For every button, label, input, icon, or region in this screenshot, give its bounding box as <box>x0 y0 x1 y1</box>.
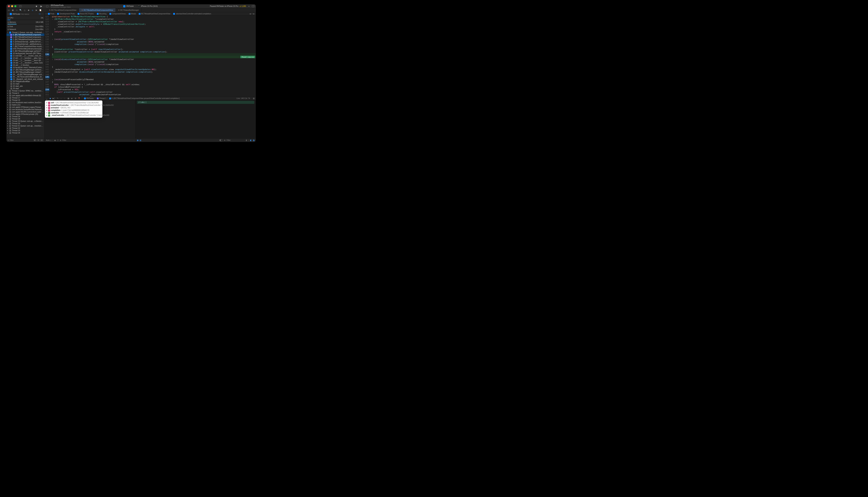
code-line[interactable]: _viewController = [RCTFabricModalHostVie… <box>52 20 256 23</box>
code-line[interactable] <box>52 36 256 38</box>
nav-test-icon[interactable]: ◆ <box>27 9 30 12</box>
library-button[interactable] <box>252 5 255 7</box>
code-line[interactable]: _viewController.delegate = self; <box>52 26 256 28</box>
debug-jump-bar[interactable]: RNTester 〉 Thread 1 〉 0 -[RCTModalHostVi… <box>84 97 179 100</box>
env-override-icon[interactable]: ⚙ <box>74 97 76 100</box>
stack-frame[interactable]: 33 start <box>6 87 44 90</box>
scheme-selector[interactable]: RNTesterPods fix/statusbar-manager-ifdef… <box>51 4 71 8</box>
breadcrumb-segment[interactable]: React-RCTFabric <box>77 13 94 15</box>
thread-row[interactable]: ▶com.apple.CFStream.LegacyThread (22) <box>6 106 44 108</box>
step-over-icon[interactable]: ↷ <box>56 97 59 100</box>
info-icon[interactable]: ⓘ <box>39 13 41 15</box>
code-line[interactable]: completion:(void (^)(void))completion <box>52 43 256 46</box>
code-line[interactable]: [modalViewController dismissViewControll… <box>52 71 256 73</box>
thread-row[interactable]: ▶com.facebook.react.runtime.JavaScript (… <box>6 101 44 104</box>
thread-row[interactable]: ▶hades (21) <box>6 104 44 106</box>
scope-selector[interactable]: Auto ◇ <box>46 139 52 141</box>
hide-debug-icon[interactable]: ▁ <box>46 97 48 100</box>
stack-frame[interactable]: 2 -[RCTModalHostViewComponentView… <box>6 38 44 41</box>
window-minimize[interactable] <box>11 5 13 7</box>
nav-breakpoint-icon[interactable]: ▶ <box>35 9 38 12</box>
code-line[interactable]: [self presentViewController:self.viewCon… <box>52 91 256 94</box>
sim-location-icon[interactable]: 📍 <box>78 97 80 100</box>
code-line[interactable]: _viewController.modalTransitionStyle = U… <box>52 23 256 26</box>
filter-input[interactable] <box>10 139 33 141</box>
stack-frame[interactable]: 8 RCTPerformMountInstructions(std::__1::… <box>6 47 44 50</box>
step-into-icon[interactable]: ↓ <box>60 97 62 100</box>
options-icon[interactable]: ⋯ <box>41 13 43 15</box>
filter-pill-2[interactable]: ● <box>37 139 40 141</box>
stack-frame[interactable]: 0 -[RCTModalHostViewComponentView… <box>6 33 44 36</box>
process-row[interactable]: ▼ RNTester PID 56612 ⓘ ⋯ <box>6 12 44 16</box>
thread-row[interactable]: ▶com.apple.NSURLConnectionLoader (24) <box>6 111 44 113</box>
code-line[interactable]: BOOL shouldBePresented = !_isPresented &… <box>52 83 256 86</box>
window-zoom[interactable] <box>14 5 16 7</box>
code-line[interactable]: } <box>52 33 256 36</box>
breadcrumb-segment[interactable]: Modal <box>129 13 136 15</box>
thread-row[interactable]: ▶com.apple.uikit.eventfetch-thread (6) <box>6 94 44 97</box>
bc-prev-icon[interactable]: ◀ <box>249 13 251 15</box>
code-line[interactable]: - (void)ensurePresentedOnlyIfNeeded <box>52 79 256 81</box>
code-line[interactable]: _modalContentsSnapshot = [self.viewContr… <box>52 68 256 71</box>
run-button[interactable]: ▶ <box>39 5 43 8</box>
thread-row[interactable]: ▶Thread 32 <box>6 127 44 129</box>
quicklook-icon[interactable]: ◉ <box>54 139 56 141</box>
window-close[interactable] <box>8 5 10 7</box>
variable-row[interactable]: ▶Lcontroller = (UIViewController *) 0x10… <box>46 112 101 114</box>
stack-frame[interactable]: 10 decltype(std::declval<-[RCTMounting… <box>6 52 44 55</box>
breadcrumb-segment[interactable]: Development Pods <box>57 13 75 15</box>
nav-source-icon[interactable]: ▣ <box>12 9 14 12</box>
thread-row[interactable]: ▶Thread 31 Queue: com.ap…nnections (seri… <box>6 125 44 127</box>
console-pane-toggle-icon[interactable]: ◨ <box>253 139 255 141</box>
metadata-toggle[interactable] <box>219 139 223 141</box>
thread-row[interactable]: ▶Thread 4 <box>6 92 44 94</box>
breadcrumb-segment[interactable]: -dismissViewController:animated:completi… <box>173 13 211 15</box>
code-line[interactable]: UIViewController *controller = [self rea… <box>52 48 256 51</box>
thread-row[interactable]: ▶Thread 19 <box>6 99 44 101</box>
console[interactable]: (lldb) <box>135 100 256 138</box>
code-line[interactable]: animated:(BOOL)animated <box>52 41 256 43</box>
nav-find-icon[interactable]: 🔍 <box>19 9 22 12</box>
thread-header[interactable]: ▼ Thread 1 Queue: com.app…in-thread (ser… <box>6 31 44 33</box>
breadcrumb-segment[interactable]: ComponentViews <box>110 13 126 15</box>
breakpoints-toggle-icon[interactable]: ◆ <box>49 97 52 100</box>
code-line[interactable]: _isPresented = YES; <box>52 88 256 91</box>
code-line[interactable]: @implementation RCTModalHostViewComponen… <box>52 15 256 18</box>
code-line[interactable]: animated:_shouldAnimatePresentation <box>52 94 256 96</box>
stack-frame[interactable]: 32 start_sim <box>6 85 44 87</box>
back-button[interactable]: ‹ <box>46 13 46 15</box>
breadcrumb-segment[interactable]: Mounting <box>97 13 106 15</box>
trash-icon[interactable]: 🗑 <box>246 139 247 141</box>
thread-list[interactable]: ▼ Thread 1 Queue: com.app…in-thread (ser… <box>6 31 44 138</box>
run-destination[interactable]: RNTester 〉 📱 iPhone 15 Pro (18.0) <box>123 5 158 8</box>
print-icon[interactable]: ⓘ <box>57 139 59 142</box>
toggle-navigator-icon[interactable] <box>19 5 22 7</box>
forward-button[interactable]: › <box>47 13 47 15</box>
thread-row[interactable]: ▶Thread 26 <box>6 115 44 118</box>
code-line[interactable]: animated:(BOOL)animated <box>52 61 256 63</box>
variables-view[interactable]: ▶Aself = (RCTModalHostViewComponentView … <box>45 100 135 138</box>
code-line[interactable]: } <box>52 53 256 56</box>
editor-tab[interactable]: mRCTStatusBarManager <box>116 8 142 12</box>
stack-frame[interactable]: 6 -[UIView(Internal) _addSubview:positi… <box>6 43 44 45</box>
view-debug-icon[interactable]: ▦ <box>67 97 69 100</box>
code-line[interactable]: - (RCTFabricModalHostViewController *)vi… <box>52 18 256 20</box>
nav-symbol-icon[interactable]: ◇ <box>15 9 18 12</box>
console-clear-icon[interactable]: ▤ <box>140 139 141 141</box>
breadcrumb-segment[interactable]: Pods <box>48 13 55 15</box>
stop-button[interactable]: ■ <box>35 5 38 8</box>
thread-row[interactable]: ▶Thread 34 <box>6 132 44 134</box>
console-view-icon[interactable]: ▦ <box>137 139 139 141</box>
thread-row[interactable]: ▶Thread 2 Queue: RPAC iss…workloop (seri… <box>6 90 44 92</box>
minimap-toggle-icon[interactable]: ▥ <box>252 97 255 100</box>
warning-count[interactable]: ⚠ 1,181 <box>240 5 246 7</box>
nav-debug-icon[interactable]: ⎋ <box>31 9 34 12</box>
thread-row[interactable]: ▶com.apple.CFSocket.private (25) <box>6 113 44 115</box>
bc-next-icon[interactable]: ▶ <box>253 13 255 15</box>
add-tab-button[interactable]: + <box>247 5 251 8</box>
code-line[interactable]: if (shouldBePresented) { <box>52 86 256 88</box>
variable-row[interactable]: ▶AmodalViewController = (RCTFabricModalH… <box>46 104 101 106</box>
nav-report-icon[interactable]: 📋 <box>39 9 42 12</box>
stack-frame[interactable]: 12 std::__1::__function::__alloc_func<-[… <box>6 57 44 59</box>
variable-row[interactable]: ▶V_viewController = (RCTFabricModalHostV… <box>46 114 101 117</box>
